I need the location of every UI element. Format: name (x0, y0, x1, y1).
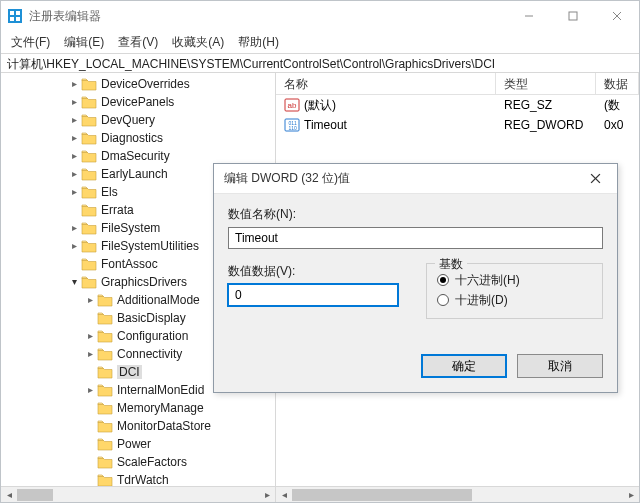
tree-item-label: DevicePanels (101, 95, 174, 109)
list-scrollbar-horizontal[interactable]: ◂ ▸ (276, 486, 639, 502)
radio-dot-icon (437, 274, 449, 286)
folder-icon (81, 221, 97, 235)
value-name-label: 数值名称(N): (228, 206, 603, 223)
svg-text:110: 110 (289, 125, 298, 131)
close-button[interactable] (595, 1, 639, 31)
menu-view[interactable]: 查看(V) (112, 32, 164, 53)
tree-item-label: BasicDisplay (117, 311, 186, 325)
tree-item[interactable]: ▸DevicePanels (3, 93, 275, 111)
radio-hex-label: 十六进制(H) (455, 272, 520, 289)
dialog-buttons: 确定 取消 (214, 354, 617, 392)
value-type: REG_SZ (496, 98, 596, 112)
tree-item-label: Power (117, 437, 151, 451)
value-data: (数 (596, 97, 639, 114)
svg-rect-6 (569, 12, 577, 20)
menu-favorites[interactable]: 收藏夹(A) (166, 32, 230, 53)
tree-item-label: TdrWatch (117, 473, 169, 487)
tree-item-label: FileSystem (101, 221, 160, 235)
scroll-thumb[interactable] (292, 489, 472, 501)
tree-item-label: AdditionalMode (117, 293, 200, 307)
tree-item[interactable]: ▸Diagnostics (3, 129, 275, 147)
folder-icon (97, 437, 113, 451)
base-group: 基数 十六进制(H) 十进制(D) (426, 263, 603, 319)
radio-hex[interactable]: 十六进制(H) (437, 270, 592, 290)
folder-icon (97, 473, 113, 487)
tree-scrollbar-horizontal[interactable]: ◂ ▸ (1, 486, 275, 502)
tree-item[interactable]: MemoryManage (3, 399, 275, 417)
dialog-close-button[interactable] (573, 164, 617, 193)
tree-item-label: InternalMonEdid (117, 383, 204, 397)
folder-icon (81, 149, 97, 163)
svg-rect-2 (16, 11, 20, 15)
folder-icon (81, 167, 97, 181)
folder-icon (97, 347, 113, 361)
tree-item-label: Errata (101, 203, 134, 217)
list-header: 名称 类型 数据 (276, 73, 639, 95)
menu-file[interactable]: 文件(F) (5, 32, 56, 53)
svg-rect-4 (16, 17, 20, 21)
tree-item-label: ScaleFactors (117, 455, 187, 469)
folder-icon (81, 185, 97, 199)
col-data[interactable]: 数据 (596, 73, 639, 94)
cancel-button[interactable]: 取消 (517, 354, 603, 378)
tree-item-label: Connectivity (117, 347, 182, 361)
ok-button[interactable]: 确定 (421, 354, 507, 378)
folder-icon (81, 203, 97, 217)
scroll-right-icon[interactable]: ▸ (623, 487, 639, 503)
tree-item[interactable]: ScaleFactors (3, 453, 275, 471)
folder-icon (81, 131, 97, 145)
tree-item[interactable]: Power (3, 435, 275, 453)
menu-edit[interactable]: 编辑(E) (58, 32, 110, 53)
address-bar[interactable]: 计算机\HKEY_LOCAL_MACHINE\SYSTEM\CurrentCon… (1, 53, 639, 73)
window-controls (507, 1, 639, 31)
value-name-field[interactable] (228, 227, 603, 249)
minimize-button[interactable] (507, 1, 551, 31)
dword-value-icon: 011110 (284, 117, 300, 133)
tree-item-label: FontAssoc (101, 257, 158, 271)
folder-icon (81, 257, 97, 271)
folder-icon (81, 275, 97, 289)
folder-icon (97, 293, 113, 307)
tree-item[interactable]: ▸DevQuery (3, 111, 275, 129)
scroll-right-icon[interactable]: ▸ (259, 487, 275, 503)
radio-dec[interactable]: 十进制(D) (437, 290, 592, 310)
value-name: Timeout (304, 118, 347, 132)
tree-item-label: DmaSecurity (101, 149, 170, 163)
table-row[interactable]: 011110TimeoutREG_DWORD0x0 (276, 115, 639, 135)
dialog-body: 数值名称(N): 数值数据(V): 基数 十六进制(H) 十进制(D) (214, 194, 617, 354)
menubar: 文件(F) 编辑(E) 查看(V) 收藏夹(A) 帮助(H) (1, 31, 639, 53)
app-icon (7, 8, 23, 24)
dialog-title: 编辑 DWORD (32 位)值 (224, 170, 573, 187)
tree-item-label: DevQuery (101, 113, 155, 127)
tree-item[interactable]: ▸DeviceOverrides (3, 75, 275, 93)
radio-dec-label: 十进制(D) (455, 292, 508, 309)
value-data-field[interactable] (228, 284, 398, 306)
col-name[interactable]: 名称 (276, 73, 496, 94)
menu-help[interactable]: 帮助(H) (232, 32, 285, 53)
tree-item[interactable]: MonitorDataStore (3, 417, 275, 435)
folder-icon (81, 77, 97, 91)
folder-icon (97, 455, 113, 469)
string-value-icon: ab (284, 97, 300, 113)
tree-item-label: DCI (117, 365, 142, 379)
col-type[interactable]: 类型 (496, 73, 596, 94)
tree-item-label: EarlyLaunch (101, 167, 168, 181)
tree-item-label: Els (101, 185, 118, 199)
folder-icon (81, 239, 97, 253)
folder-icon (97, 329, 113, 343)
maximize-button[interactable] (551, 1, 595, 31)
tree-item-label: Diagnostics (101, 131, 163, 145)
table-row[interactable]: ab(默认)REG_SZ(数 (276, 95, 639, 115)
scroll-left-icon[interactable]: ◂ (1, 487, 17, 503)
scroll-left-icon[interactable]: ◂ (276, 487, 292, 503)
svg-text:ab: ab (288, 101, 297, 110)
base-legend: 基数 (435, 256, 467, 273)
tree-item-label: DeviceOverrides (101, 77, 190, 91)
folder-icon (97, 311, 113, 325)
radio-empty-icon (437, 294, 449, 306)
scroll-thumb[interactable] (17, 489, 53, 501)
window-title: 注册表编辑器 (29, 8, 507, 25)
svg-rect-1 (10, 11, 14, 15)
folder-icon (97, 365, 113, 379)
svg-rect-3 (10, 17, 14, 21)
